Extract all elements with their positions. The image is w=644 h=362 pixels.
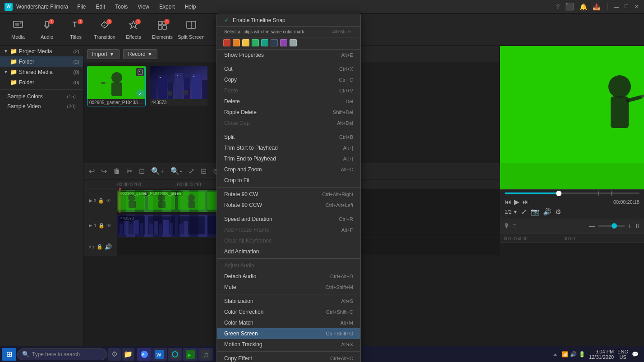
- toolbar-elements[interactable]: ! Elements: [149, 16, 176, 43]
- track-v1-lock[interactable]: 🔒: [98, 223, 105, 229]
- menu-tools[interactable]: Tools: [113, 3, 129, 11]
- toolbar-splitscreen[interactable]: Split Screen: [178, 16, 205, 43]
- ctx-trim-start[interactable]: Trim Start to Playhead Alt+[: [217, 142, 360, 153]
- taskbar-expand-icon[interactable]: ⏶: [553, 352, 558, 357]
- media-thumb-clip2[interactable]: 443573: [149, 66, 208, 106]
- zoom-thumb[interactable]: [612, 223, 617, 229]
- toolbar-audio[interactable]: ! Audio: [33, 16, 60, 43]
- zoom-out-button[interactable]: 🔍-: [169, 166, 184, 176]
- menu-view[interactable]: View: [136, 3, 151, 11]
- taskbar-sound-icon[interactable]: 🔊: [570, 351, 577, 357]
- redo-button[interactable]: ↪: [99, 166, 109, 176]
- menu-export[interactable]: Export: [157, 3, 177, 11]
- delete-button[interactable]: 🗑: [111, 166, 122, 176]
- menu-file[interactable]: File: [75, 3, 87, 11]
- ctx-mute[interactable]: Mute Ctrl+Shift+M: [217, 282, 360, 293]
- color-dark[interactable]: [271, 39, 278, 46]
- tree-folder-shared[interactable]: 📁 Folder (0): [0, 77, 83, 87]
- color-purple[interactable]: [280, 39, 287, 46]
- ctx-green-screen[interactable]: Green Screen Ctrl+Shift+G: [217, 328, 360, 339]
- taskbar-app-1[interactable]: e: [137, 348, 152, 361]
- zoom-plus-icon[interactable]: +: [628, 222, 631, 229]
- ctx-speed-duration[interactable]: Speed and Duration Ctrl+R: [217, 214, 360, 225]
- ctx-show-properties[interactable]: Show Properties Alt+E: [217, 50, 360, 60]
- toolbar-effects[interactable]: ! Effects: [120, 16, 147, 43]
- menu-edit[interactable]: Edit: [94, 3, 107, 11]
- toolbar-media[interactable]: Media: [5, 16, 32, 43]
- ctx-cut[interactable]: Cut Ctrl+X: [217, 64, 360, 74]
- ctx-color-correction[interactable]: Color Correction Ctrl+Shift+C: [217, 307, 360, 317]
- track-eye-icon[interactable]: 👁: [106, 198, 111, 203]
- minimize-button[interactable]: —: [613, 4, 620, 10]
- taskbar-folder-icon[interactable]: 📁: [122, 348, 134, 361]
- import-button[interactable]: Import ▼: [87, 49, 120, 59]
- start-button[interactable]: ⊞: [2, 348, 16, 361]
- crop-button[interactable]: ⊡: [137, 166, 147, 176]
- menu-help[interactable]: Help: [183, 3, 198, 11]
- ctx-split[interactable]: Split Ctrl+B: [217, 132, 360, 142]
- maximize-button[interactable]: ☐: [623, 4, 630, 10]
- ctx-crop-fit[interactable]: Crop to Fit: [217, 175, 360, 186]
- taskbar-network-icon[interactable]: 📶: [561, 351, 568, 357]
- ctx-copy[interactable]: Copy Ctrl+C: [217, 74, 360, 85]
- media-thumb-clip1[interactable]: ✓ 002905_gamer_P104335...: [87, 66, 146, 106]
- snap-button[interactable]: ⊟: [199, 166, 208, 176]
- tree-project-media[interactable]: ▼ 📁 Project Media (2): [0, 46, 83, 56]
- ctx-trim-end[interactable]: Trim End to Playhead Alt+]: [217, 153, 360, 164]
- color-yellow[interactable]: [242, 39, 249, 46]
- fit-button[interactable]: ⤢: [187, 166, 196, 176]
- ctx-ripple-delete[interactable]: Ripple Delete Shift+Del: [217, 107, 360, 118]
- ctx-timeline-snap[interactable]: ✓ Enable Timeline Snap: [217, 14, 360, 27]
- ctx-add-animation[interactable]: Add Animation: [217, 246, 360, 257]
- ctx-crop-zoom[interactable]: Crop and Zoom Alt+C: [217, 164, 360, 175]
- preview-progress-thumb[interactable]: [556, 191, 561, 196]
- fullscreen-button[interactable]: ⤢: [521, 208, 527, 216]
- tree-folder[interactable]: 📁 Folder (2): [0, 56, 83, 67]
- taskbar-settings-icon[interactable]: ⚙: [108, 348, 121, 361]
- sample-video-item[interactable]: Sample Video (20): [0, 101, 83, 111]
- tl-mode-button[interactable]: ≡: [513, 222, 516, 229]
- taskbar-battery-icon[interactable]: 🔋: [579, 351, 585, 357]
- taskbar-app-5[interactable]: 🎵: [198, 348, 213, 361]
- ctx-detach-audio[interactable]: Detach Audio Ctrl+Alt+D: [217, 271, 360, 282]
- mic-button[interactable]: 🎙: [504, 222, 510, 229]
- ctx-rotate-ccw[interactable]: Rotate 90 CCW Ctrl+Alt+Left: [217, 200, 360, 211]
- play-button[interactable]: ▶: [514, 198, 520, 206]
- toolbar-transition[interactable]: ! Transition: [91, 16, 118, 43]
- track-v1-eye[interactable]: 👁: [106, 223, 111, 228]
- volume-button[interactable]: 🔊: [543, 208, 552, 216]
- track-a1-volume[interactable]: 🔊: [105, 243, 112, 250]
- track-lock-icon[interactable]: 🔒: [98, 198, 104, 204]
- sample-colors-item[interactable]: Sample Colors (15): [0, 92, 83, 101]
- ratio-chevron-icon[interactable]: ▼: [513, 209, 518, 215]
- zoom-in-button[interactable]: 🔍+: [149, 166, 166, 176]
- ctx-delete[interactable]: Delete Del: [217, 96, 360, 107]
- zoom-slider[interactable]: [598, 225, 625, 227]
- taskbar-app-3[interactable]: [168, 348, 182, 361]
- record-button[interactable]: Record ▼: [123, 49, 158, 59]
- ctx-rotate-cw[interactable]: Rotate 90 CW Ctrl+Alt+Right: [217, 189, 360, 200]
- taskbar-search[interactable]: 🔍 Type here to search: [17, 348, 107, 360]
- taskbar-notification-icon[interactable]: 💬: [632, 351, 639, 357]
- next-frame-button[interactable]: ⏭: [522, 198, 529, 206]
- color-green[interactable]: [252, 39, 259, 46]
- color-orange[interactable]: [233, 39, 240, 46]
- taskbar-app-4[interactable]: ▶: [183, 348, 198, 361]
- color-gray[interactable]: [290, 39, 297, 46]
- ctx-copy-effect[interactable]: Copy Effect Ctrl+Alt+C: [217, 353, 360, 362]
- color-red[interactable]: [223, 39, 230, 46]
- preview-progress-bar[interactable]: [ ]: [505, 192, 639, 194]
- toolbar-titles[interactable]: T ! Titles: [62, 16, 89, 43]
- zoom-minus-icon[interactable]: —: [589, 222, 595, 229]
- ctx-motion-tracking[interactable]: Motion Tracking Alt+X: [217, 339, 360, 350]
- tree-shared-media[interactable]: ▼ 📁 Shared Media (0): [0, 67, 83, 77]
- track-a1-lock[interactable]: 🔒: [97, 244, 103, 250]
- ctx-stabilization[interactable]: Stabilization Alt+S: [217, 296, 360, 307]
- ctx-color-match[interactable]: Color Match Alt+M: [217, 317, 360, 328]
- cut-button[interactable]: ✂: [125, 166, 134, 176]
- prev-frame-button[interactable]: ⏮: [505, 198, 511, 206]
- taskbar-app-2[interactable]: W: [152, 348, 167, 361]
- color-teal[interactable]: [261, 39, 268, 46]
- close-button[interactable]: ✕: [633, 4, 639, 10]
- screenshot-button[interactable]: 📷: [531, 208, 539, 216]
